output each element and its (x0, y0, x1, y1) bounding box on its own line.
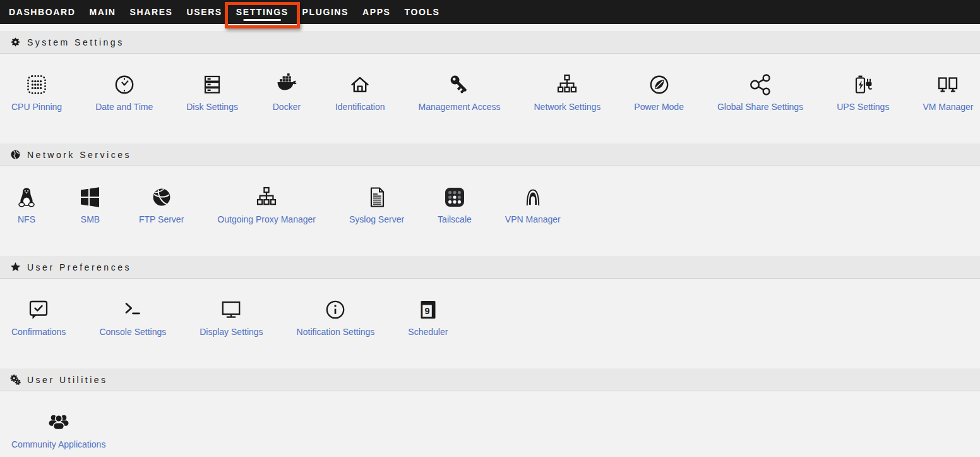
nav-item-label: MAIN (89, 7, 116, 17)
settings-tile-ups-settings[interactable]: UPS Settings (837, 71, 889, 112)
tile-label: VM Manager (923, 102, 973, 112)
section-title: Network Services (27, 150, 131, 160)
section-header-network-services: Network Services (0, 143, 980, 166)
settings-tile-cpu-pinning[interactable]: CPU Pinning (11, 71, 62, 112)
section-title: User Preferences (27, 262, 131, 272)
settings-tile-notification-settings[interactable]: Notification Settings (297, 296, 375, 337)
section-content-network-services: NFS SMB FTP Server Outgoing Proxy Manage… (0, 166, 980, 256)
incognito-hood-icon (518, 183, 548, 210)
settings-tile-smb[interactable]: SMB (75, 183, 105, 224)
tile-label: Display Settings (200, 327, 263, 337)
section-header-system-settings: System Settings (0, 31, 980, 54)
unraid-settings-page: { "nav": { "bg_color": "#1c1b1b", "highl… (0, 0, 980, 457)
sitemap-icon (552, 71, 582, 97)
settings-tile-network-settings[interactable]: Network Settings (534, 71, 601, 112)
section-title: User Utilities (27, 375, 108, 385)
cpu-pinning-icon (21, 71, 52, 97)
tile-label: Syslog Server (349, 215, 404, 224)
tile-label: Community Applications (11, 440, 105, 449)
calendar-icon: 9 (413, 296, 443, 322)
tile-label: Global Share Settings (717, 102, 803, 112)
settings-tile-display-settings[interactable]: Display Settings (200, 296, 263, 337)
tile-label: Scheduler (408, 327, 448, 337)
gear-icon (10, 37, 21, 47)
tux-penguin-icon (11, 183, 42, 210)
tile-label: Power Mode (634, 102, 684, 112)
clock-icon (109, 71, 140, 97)
tile-label: FTP Server (139, 215, 184, 224)
dual-monitor-icon (933, 71, 963, 97)
tile-label: SMB (81, 215, 100, 224)
settings-sections: System SettingsCPU Pinning Date and Time… (0, 31, 980, 457)
nav-item-label: PLUGINS (302, 7, 349, 17)
section-content-user-preferences: Confirmations Console Settings Display S… (0, 279, 980, 369)
nav-item-apps[interactable]: APPS (356, 0, 398, 24)
globe-sphere-icon (146, 183, 177, 210)
settings-tile-outgoing-proxy-manager[interactable]: Outgoing Proxy Manager (217, 183, 316, 224)
tile-label: Outgoing Proxy Manager (217, 215, 316, 224)
settings-tile-docker[interactable]: Docker (272, 71, 302, 112)
gears-icon (10, 374, 21, 385)
section-content-system-settings: CPU Pinning Date and Time Disk Settings … (0, 54, 980, 143)
globe-icon (10, 149, 21, 160)
tile-label: NFS (18, 215, 35, 224)
tile-label: Date and Time (95, 102, 153, 112)
settings-tile-scheduler[interactable]: 9Scheduler (408, 296, 448, 337)
tailscale-dots-icon (439, 183, 470, 210)
settings-tile-tailscale[interactable]: Tailscale (438, 183, 472, 224)
settings-tile-ftp-server[interactable]: FTP Server (139, 183, 184, 224)
tile-label: Network Settings (534, 102, 601, 112)
nav-item-label: USERS (187, 7, 222, 17)
sitemap-icon (251, 183, 282, 210)
battery-plug-icon (848, 71, 878, 97)
document-lines-icon (362, 183, 392, 210)
active-tab-underline (244, 19, 281, 21)
nav-item-dashboard[interactable]: DASHBOARD (9, 0, 82, 24)
tile-label: Tailscale (438, 215, 472, 224)
section-header-user-preferences: User Preferences (0, 256, 980, 279)
info-circle-icon (320, 296, 350, 322)
section-header-user-utilities: User Utilities (0, 369, 980, 391)
settings-tile-syslog-server[interactable]: Syslog Server (349, 183, 404, 224)
tile-label: Console Settings (99, 327, 166, 337)
settings-tile-community-applications[interactable]: Community Applications (11, 408, 105, 449)
server-stack-icon (197, 71, 227, 97)
settings-tile-nfs[interactable]: NFS (11, 183, 42, 224)
star-icon (10, 262, 21, 272)
nav-item-label: SHARES (130, 7, 173, 17)
tile-label: UPS Settings (837, 102, 889, 112)
settings-tile-management-access[interactable]: Management Access (419, 71, 501, 112)
users-group-icon (44, 408, 74, 435)
tile-label: Identification (335, 102, 385, 112)
nav-item-plugins[interactable]: PLUGINS (296, 0, 356, 24)
tile-label: Notification Settings (297, 327, 375, 337)
nav-item-shares[interactable]: SHARES (123, 0, 180, 24)
settings-tile-disk-settings[interactable]: Disk Settings (186, 71, 238, 112)
share-nodes-icon (745, 71, 775, 97)
nav-item-users[interactable]: USERS (180, 0, 229, 24)
settings-tile-vm-manager[interactable]: VM Manager (923, 71, 973, 112)
settings-tile-identification[interactable]: Identification (335, 71, 385, 112)
settings-tile-console-settings[interactable]: Console Settings (99, 296, 166, 337)
svg-text:9: 9 (424, 306, 429, 316)
settings-tile-power-mode[interactable]: Power Mode (634, 71, 684, 112)
tile-label: Management Access (419, 102, 501, 112)
section-content-user-utilities: Community Applications (0, 391, 980, 457)
tile-label: Confirmations (11, 327, 66, 337)
monitor-icon (216, 296, 246, 322)
settings-tile-global-share-settings[interactable]: Global Share Settings (717, 71, 803, 112)
settings-tile-vpn-manager[interactable]: VPN Manager (505, 183, 561, 224)
settings-tile-confirmations[interactable]: Confirmations (11, 296, 66, 337)
tile-label: CPU Pinning (11, 102, 62, 112)
main-nav: DASHBOARDMAINSHARESUSERSSETTINGSPLUGINSA… (0, 0, 980, 24)
settings-tile-date-and-time[interactable]: Date and Time (95, 71, 153, 112)
tile-label: Disk Settings (186, 102, 238, 112)
nav-item-label: APPS (362, 7, 391, 17)
nav-item-label: DASHBOARD (9, 7, 75, 17)
tile-label: Docker (273, 102, 301, 112)
home-icon (345, 71, 375, 97)
nav-item-settings[interactable]: SETTINGS (229, 0, 296, 24)
nav-item-tools[interactable]: TOOLS (398, 0, 447, 24)
comment-check-icon (23, 296, 54, 322)
nav-item-main[interactable]: MAIN (82, 0, 122, 24)
